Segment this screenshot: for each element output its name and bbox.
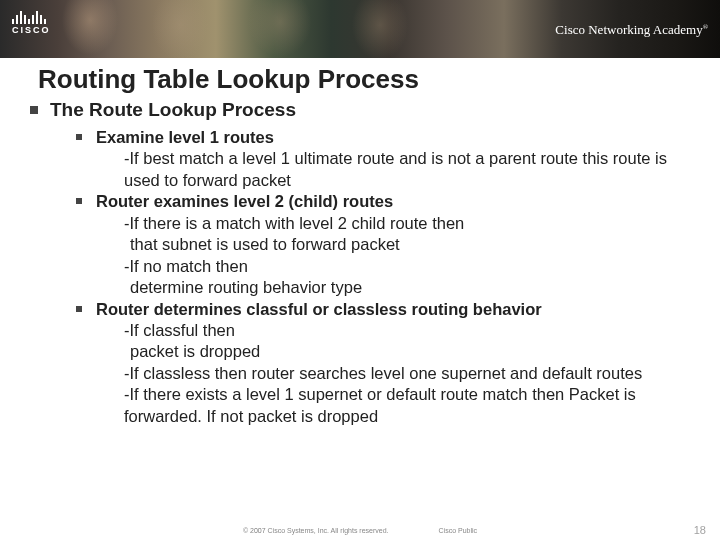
item-sub: -If there exists a level 1 supernet or d… xyxy=(124,384,690,427)
list-item: Router determines classful or classless … xyxy=(76,299,690,428)
item-sub: -If there is a match with level 2 child … xyxy=(124,213,464,234)
square-bullet-icon xyxy=(30,106,38,114)
cisco-logo-text: CISCO xyxy=(12,26,51,35)
footer: © 2007 Cisco Systems, Inc. All rights re… xyxy=(0,527,720,534)
list-item: Router examines level 2 (child) routes -… xyxy=(76,191,690,298)
cisco-bars-icon xyxy=(12,8,51,24)
footer-classification: Cisco Public xyxy=(439,527,478,534)
footer-copyright: © 2007 Cisco Systems, Inc. All rights re… xyxy=(243,527,389,534)
item-sub: packet is dropped xyxy=(130,341,690,362)
item-content: Examine level 1 routes -If best match a … xyxy=(96,127,690,191)
level1-bullet: The Route Lookup Process xyxy=(30,99,690,121)
level2-list: Examine level 1 routes -If best match a … xyxy=(76,127,690,427)
item-sub: -If classless then router searches level… xyxy=(124,363,690,384)
list-item: Examine level 1 routes -If best match a … xyxy=(76,127,690,191)
item-sub: determine routing behavior type xyxy=(130,277,464,298)
page-number: 18 xyxy=(694,524,706,536)
item-sub: -If best match a level 1 ultimate route … xyxy=(124,148,690,191)
item-content: Router examines level 2 (child) routes -… xyxy=(96,191,464,298)
level1-heading: The Route Lookup Process xyxy=(50,99,296,121)
item-sub: -If no match then xyxy=(124,256,464,277)
cisco-logo: CISCO xyxy=(12,8,51,35)
square-bullet-icon xyxy=(76,198,82,204)
slide-title: Routing Table Lookup Process xyxy=(38,64,690,95)
item-sub: -If classful then xyxy=(124,320,690,341)
academy-label: Cisco Networking Academy® xyxy=(555,22,708,38)
item-head: Router determines classful or classless … xyxy=(96,300,542,318)
item-head: Examine level 1 routes xyxy=(96,128,274,146)
square-bullet-icon xyxy=(76,306,82,312)
item-head: Router examines level 2 (child) routes xyxy=(96,192,393,210)
item-sub: that subnet is used to forward packet xyxy=(130,234,464,255)
item-content: Router determines classful or classless … xyxy=(96,299,690,428)
square-bullet-icon xyxy=(76,134,82,140)
slide-body: Routing Table Lookup Process The Route L… xyxy=(0,58,720,427)
header-banner: CISCO Cisco Networking Academy® xyxy=(0,0,720,58)
